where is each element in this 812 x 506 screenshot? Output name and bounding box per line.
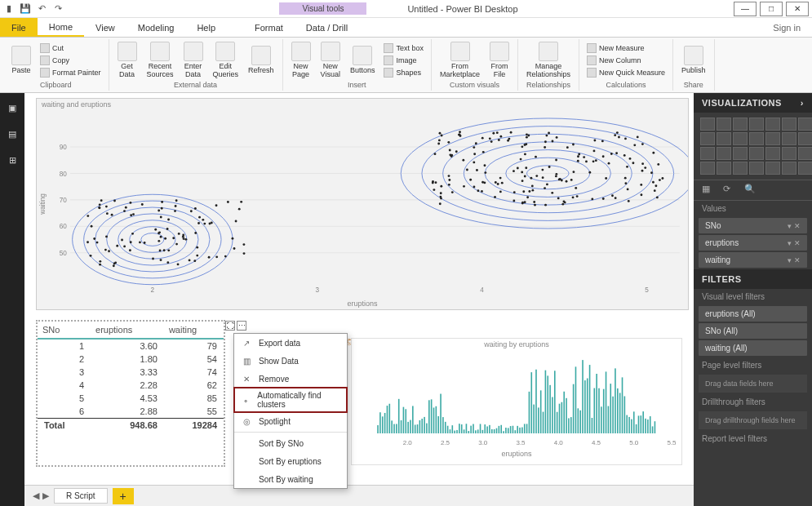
redo-icon[interactable]: ↷	[52, 3, 64, 15]
new-quick-measure-button[interactable]: New Quick Measure	[584, 67, 668, 78]
copy-button[interactable]: Copy	[38, 55, 104, 66]
remove-field-icon[interactable]: ▾ ✕	[788, 222, 801, 230]
menu-export-data[interactable]: ↗Export data	[234, 334, 347, 352]
visualizations-header[interactable]: VISUALIZATIONS›	[694, 93, 812, 113]
viz-type-icon[interactable]	[782, 118, 796, 131]
publish-button[interactable]: Publish	[678, 44, 709, 77]
manage-relationships-button[interactable]: Manage Relationships	[523, 40, 574, 81]
viz-type-icon[interactable]	[798, 118, 812, 131]
viz-type-icon[interactable]	[717, 132, 731, 145]
recent-sources-button[interactable]: Recent Sources	[144, 40, 177, 81]
new-measure-button[interactable]: New Measure	[584, 42, 668, 54]
close-icon[interactable]: ✕	[786, 2, 809, 16]
scatter-chart-visual[interactable]: waiting and eruptions 50607080902345wait…	[36, 98, 689, 310]
viz-type-icon[interactable]	[700, 147, 715, 160]
refresh-button[interactable]: Refresh	[245, 44, 277, 77]
edit-queries-button[interactable]: Edit Queries	[210, 40, 242, 81]
shapes-button[interactable]: Shapes	[381, 67, 426, 78]
page-filters-drop[interactable]: Drag data fields here	[699, 375, 807, 393]
viz-type-icon[interactable]	[733, 118, 748, 131]
new-page-button[interactable]: New Page	[288, 40, 314, 81]
table-header[interactable]: eruptions	[91, 322, 164, 339]
paste-button[interactable]: Paste	[8, 44, 34, 77]
viz-type-icon[interactable]	[765, 132, 780, 145]
viz-type-icon[interactable]	[733, 162, 748, 175]
tab-modeling[interactable]: Modeling	[126, 18, 186, 37]
remove-field-icon[interactable]: ▾ ✕	[788, 239, 801, 247]
table-header[interactable]: waiting	[164, 322, 224, 339]
viz-type-icon[interactable]	[765, 147, 780, 160]
page-next-icon[interactable]: ▶	[42, 490, 49, 501]
viz-type-icon[interactable]	[765, 118, 780, 131]
viz-type-icon[interactable]	[765, 162, 780, 175]
menu-auto-find-clusters[interactable]: ∘Automatically find clusters	[234, 388, 347, 412]
analytics-icon[interactable]: 🔍	[744, 184, 757, 197]
viz-type-icon[interactable]	[798, 162, 812, 175]
viz-type-icon[interactable]	[749, 162, 764, 175]
drillthrough-drop[interactable]: Drag drillthrough fields here	[699, 411, 807, 429]
viz-type-icon[interactable]	[733, 132, 748, 145]
table-visual[interactable]: ⛶ ⋯ SNoeruptionswaiting 13.607921.805433…	[36, 320, 225, 467]
minimize-icon[interactable]: —	[734, 2, 757, 16]
save-icon[interactable]: 💾	[20, 3, 31, 15]
table-header[interactable]: SNo	[38, 322, 91, 339]
viz-type-icon[interactable]	[717, 162, 731, 175]
fields-icon[interactable]: ▦	[702, 184, 715, 197]
viz-type-icon[interactable]	[798, 147, 812, 160]
field-well[interactable]: waiting▾ ✕	[699, 252, 807, 268]
viz-type-icon[interactable]	[798, 132, 812, 145]
more-options-icon[interactable]: ⋯	[237, 321, 246, 331]
viz-type-icon[interactable]	[700, 118, 715, 131]
visual-filter-item[interactable]: eruptions (All)	[699, 306, 807, 322]
tab-format[interactable]: Format	[243, 18, 295, 37]
column-chart-visual[interactable]: waiting by eruptions 2.02.53.03.54.04.55…	[351, 338, 682, 465]
undo-icon[interactable]: ↶	[36, 3, 47, 15]
format-painter-button[interactable]: Format Painter	[38, 67, 104, 78]
format-icon[interactable]: ⟳	[723, 184, 736, 197]
tab-home[interactable]: Home	[38, 18, 84, 37]
get-data-button[interactable]: Get Data	[114, 40, 140, 81]
buttons-button[interactable]: Buttons	[347, 44, 379, 77]
visual-filter-item[interactable]: SNo (All)	[699, 323, 807, 339]
visual-filter-item[interactable]: waiting (All)	[699, 340, 807, 356]
maximize-icon[interactable]: □	[760, 2, 783, 16]
field-well[interactable]: eruptions▾ ✕	[699, 235, 807, 251]
add-page-button[interactable]: +	[113, 488, 134, 504]
field-well[interactable]: SNo▾ ✕	[699, 218, 807, 233]
data-view-icon[interactable]: ▤	[4, 126, 20, 142]
menu-sort-waiting[interactable]: Sort By waiting	[234, 470, 347, 488]
menu-sort-sno[interactable]: Sort By SNo	[234, 434, 347, 452]
model-view-icon[interactable]: ⊞	[4, 152, 20, 168]
tab-file[interactable]: File	[0, 18, 38, 37]
viz-type-icon[interactable]	[749, 132, 764, 145]
tab-data-drill[interactable]: Data / Drill	[295, 18, 359, 37]
new-visual-button[interactable]: New Visual	[317, 40, 344, 81]
remove-field-icon[interactable]: ▾ ✕	[788, 256, 801, 264]
from-marketplace-button[interactable]: From Marketplace	[437, 40, 483, 81]
focus-mode-icon[interactable]: ⛶	[225, 321, 235, 331]
viz-type-icon[interactable]	[733, 147, 748, 160]
cut-button[interactable]: Cut	[38, 42, 104, 54]
viz-type-icon[interactable]	[717, 147, 731, 160]
menu-sort-eruptions[interactable]: Sort By eruptions	[234, 452, 347, 470]
from-file-button[interactable]: From File	[486, 40, 512, 81]
page-prev-icon[interactable]: ◀	[33, 490, 39, 501]
tab-view[interactable]: View	[84, 18, 126, 37]
sign-in-link[interactable]: Sign in	[761, 18, 812, 37]
viz-type-icon[interactable]	[717, 118, 731, 131]
menu-spotlight[interactable]: ◎Spotlight	[234, 412, 347, 430]
text-box-button[interactable]: Text box	[381, 42, 426, 54]
viz-type-icon[interactable]	[782, 162, 796, 175]
viz-type-icon[interactable]	[700, 162, 715, 175]
report-view-icon[interactable]: ▣	[4, 100, 20, 116]
viz-type-icon[interactable]	[782, 147, 796, 160]
filters-header[interactable]: FILTERS	[694, 269, 812, 289]
page-tab[interactable]: R Script	[54, 488, 108, 504]
viz-type-icon[interactable]	[749, 118, 764, 131]
viz-type-icon[interactable]	[782, 132, 796, 145]
viz-type-icon[interactable]	[700, 132, 715, 145]
enter-data-button[interactable]: Enter Data	[180, 40, 206, 81]
viz-type-icon[interactable]	[749, 147, 764, 160]
new-column-button[interactable]: New Column	[584, 55, 668, 66]
image-button[interactable]: Image	[381, 55, 426, 66]
